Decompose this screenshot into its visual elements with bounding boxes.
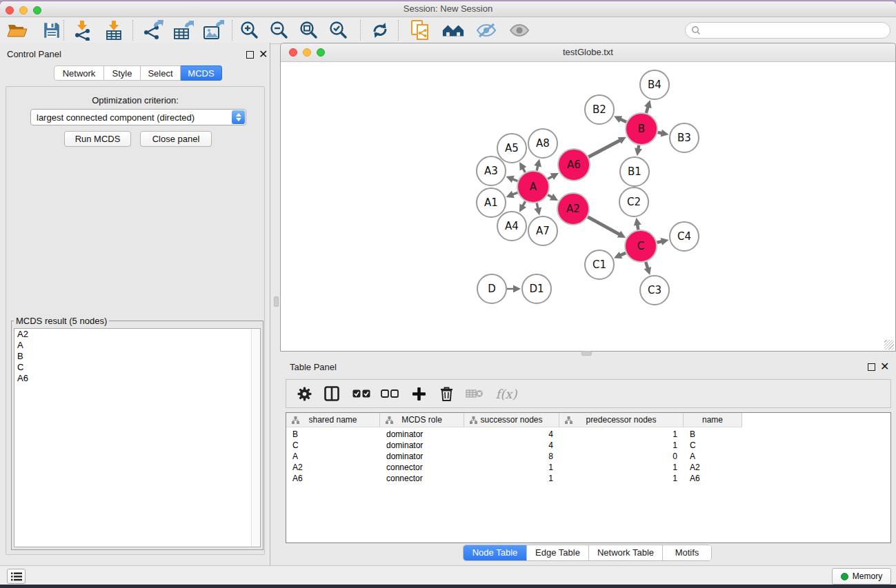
delete-column-trash-icon[interactable] bbox=[438, 383, 455, 404]
close-panel-icon[interactable]: ✕ bbox=[259, 50, 268, 59]
table-cell: C bbox=[286, 440, 380, 451]
graph-node-label: A4 bbox=[505, 220, 519, 232]
table-cell: 4 bbox=[464, 429, 559, 440]
graph-node-label: C bbox=[637, 240, 644, 252]
run-mcds-button[interactable]: Run MCDS bbox=[64, 131, 131, 147]
settings-gear-icon[interactable] bbox=[296, 383, 312, 404]
table-row[interactable]: Cdominator41C bbox=[286, 440, 890, 451]
network-graph-canvas[interactable]: B4B2BB3A8A5A6A3B1AC2A1A2A4A7C4CC1C3DD1 bbox=[281, 62, 895, 351]
graph-node-label: B3 bbox=[677, 132, 691, 144]
add-column-icon[interactable] bbox=[410, 383, 427, 404]
graph-node-label: D bbox=[488, 283, 496, 295]
import-network-icon[interactable] bbox=[70, 19, 94, 41]
hide-panel-eye-icon[interactable] bbox=[475, 19, 498, 41]
mcds-tab-panel: Optimization criterion: largest connecte… bbox=[6, 86, 265, 555]
optimization-criterion-select[interactable]: largest connected component (directed) bbox=[30, 109, 246, 125]
graph-node-label: D1 bbox=[529, 283, 544, 295]
export-network-icon[interactable] bbox=[141, 19, 164, 41]
table-row[interactable]: Bdominator41B bbox=[286, 429, 890, 440]
column-header-mcds-role[interactable]: MCDS role bbox=[380, 413, 464, 427]
graph-node-label: A2 bbox=[566, 203, 580, 215]
select-all-checkboxes-icon[interactable] bbox=[352, 383, 371, 404]
delete-table-icon bbox=[464, 383, 485, 404]
edge-arrowhead-icon bbox=[634, 218, 641, 226]
table-close-panel-icon[interactable]: ✕ bbox=[880, 363, 889, 371]
result-list-item[interactable]: C bbox=[14, 362, 260, 373]
memory-button[interactable]: Memory bbox=[832, 568, 891, 585]
node-table-header: shared nameMCDS rolesuccessor nodesprede… bbox=[286, 413, 742, 427]
table-cell: 1 bbox=[559, 429, 684, 440]
graph-node-label: A5 bbox=[505, 142, 519, 154]
table-cell: dominator bbox=[380, 429, 464, 440]
tab-node-table[interactable]: Node Table bbox=[464, 545, 527, 560]
deselect-all-checkboxes-icon[interactable] bbox=[380, 383, 399, 404]
table-float-panel-icon[interactable] bbox=[868, 363, 875, 371]
tab-select[interactable]: Select bbox=[141, 65, 181, 81]
edge-arrowhead-icon bbox=[534, 207, 541, 216]
memory-label: Memory bbox=[853, 571, 882, 581]
table-cell: B bbox=[286, 429, 380, 440]
tab-motifs[interactable]: Motifs bbox=[663, 545, 711, 560]
import-table-icon[interactable] bbox=[102, 19, 126, 41]
tab-network[interactable]: Network bbox=[54, 65, 104, 81]
open-session-icon[interactable] bbox=[6, 19, 29, 41]
task-history-button[interactable] bbox=[7, 569, 26, 584]
tab-mcds[interactable]: MCDS bbox=[181, 65, 222, 81]
table-row[interactable]: A6connector11A6 bbox=[286, 473, 890, 484]
result-list-scrollbar[interactable] bbox=[251, 329, 260, 547]
function-builder-icon: f(x) bbox=[494, 383, 519, 404]
close-panel-button[interactable]: Close panel bbox=[140, 131, 212, 147]
tab-edge-table[interactable]: Edge Table bbox=[527, 545, 589, 560]
toolbar-separator bbox=[232, 20, 232, 41]
search-input[interactable] bbox=[685, 22, 890, 39]
zoom-selected-icon[interactable] bbox=[326, 19, 350, 41]
column-header-shared-name[interactable]: shared name bbox=[286, 413, 380, 427]
home-icon[interactable] bbox=[441, 19, 465, 41]
zoom-fit-icon[interactable] bbox=[297, 19, 320, 41]
show-panel-eye-icon bbox=[508, 19, 531, 41]
tab-network-table[interactable]: Network Table bbox=[589, 545, 663, 560]
edge-arrowhead-icon bbox=[644, 100, 652, 108]
refresh-layout-icon[interactable] bbox=[368, 19, 392, 41]
table-cell: A2 bbox=[286, 462, 380, 473]
graph-node-label: B1 bbox=[628, 165, 641, 178]
float-panel-icon[interactable] bbox=[246, 51, 254, 59]
graph-edge-A6-B[interactable] bbox=[588, 140, 621, 157]
graph-edge-A2-C[interactable] bbox=[588, 217, 620, 235]
edge-arrowhead-icon bbox=[661, 238, 669, 245]
tab-style[interactable]: Style bbox=[104, 65, 141, 81]
save-session-icon[interactable] bbox=[40, 19, 63, 41]
graph-node-label: C1 bbox=[593, 258, 606, 271]
table-cell: 0 bbox=[559, 451, 684, 462]
table-cell: connector bbox=[380, 462, 464, 473]
column-header-name[interactable]: name bbox=[684, 413, 742, 427]
mcds-result-list[interactable]: A2ABCA6 bbox=[14, 328, 261, 547]
column-layout-icon[interactable] bbox=[323, 383, 341, 404]
table-row[interactable]: A2connector11A2 bbox=[286, 462, 890, 473]
session-title: Session: New Session bbox=[0, 3, 896, 14]
duplicate-network-icon[interactable] bbox=[408, 19, 432, 41]
column-header-predecessor-nodes[interactable]: predecessor nodes bbox=[559, 413, 684, 427]
resize-grip-icon[interactable] bbox=[884, 340, 894, 349]
table-cell: A2 bbox=[684, 462, 742, 473]
vertical-split-handle[interactable] bbox=[274, 296, 279, 307]
result-list-item[interactable]: A6 bbox=[14, 373, 260, 384]
column-header-successor-nodes[interactable]: successor nodes bbox=[464, 413, 559, 427]
graph-node-label: A1 bbox=[484, 196, 498, 209]
table-cell: 8 bbox=[464, 451, 559, 462]
zoom-in-icon[interactable] bbox=[237, 19, 261, 41]
zoom-out-icon[interactable] bbox=[267, 19, 290, 41]
table-cell: 1 bbox=[559, 473, 684, 484]
table-cell: connector bbox=[380, 473, 464, 484]
node-table: shared nameMCDS rolesuccessor nodesprede… bbox=[286, 412, 891, 543]
chevron-up-down-icon bbox=[232, 110, 245, 124]
export-table-icon[interactable] bbox=[171, 19, 195, 41]
result-list-item[interactable]: A bbox=[14, 340, 260, 351]
horizontal-split-handle[interactable] bbox=[581, 351, 592, 356]
table-cell: 4 bbox=[464, 440, 559, 451]
table-row[interactable]: Adominator80A bbox=[286, 451, 890, 462]
result-list-item[interactable]: B bbox=[14, 351, 260, 362]
export-image-icon[interactable] bbox=[201, 19, 225, 41]
graph-node-label: C2 bbox=[627, 196, 641, 208]
result-list-item[interactable]: A2 bbox=[14, 329, 260, 340]
